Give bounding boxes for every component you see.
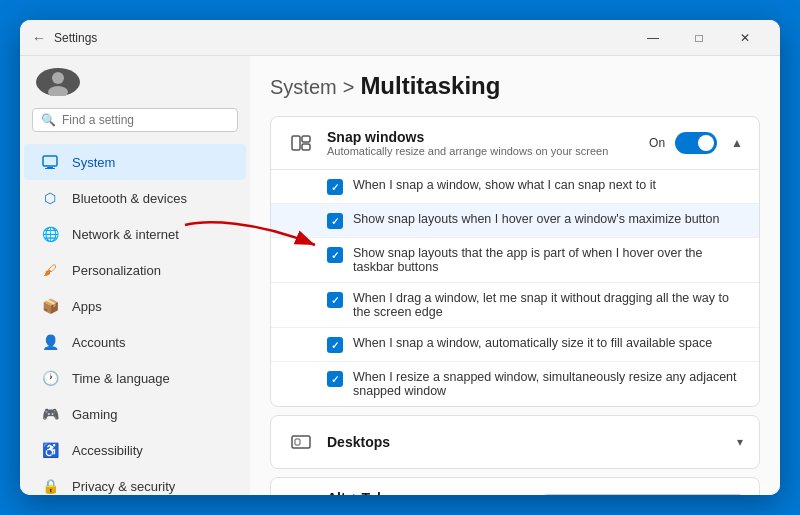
snap-checkbox-label-2: Show snap layouts when I hover over a wi… — [353, 212, 719, 226]
checkbox-3[interactable] — [327, 247, 343, 263]
back-button[interactable]: ← — [32, 30, 46, 46]
snap-checkbox-label-6: When I resize a snapped window, simultan… — [353, 370, 743, 398]
snap-checkbox-6: When I resize a snapped window, simultan… — [271, 362, 759, 406]
breadcrumb-arrow: > — [343, 76, 355, 99]
sidebar-label-gaming: Gaming — [72, 407, 118, 422]
checkbox-6[interactable] — [327, 371, 343, 387]
snap-checkbox-label-4: When I drag a window, let me snap it wit… — [353, 291, 743, 319]
sidebar-label-personalization: Personalization — [72, 263, 161, 278]
bluetooth-icon: ⬡ — [40, 188, 60, 208]
alt-tab-header: ⇥ Alt + Tab Pressing Alt + Tab shows Ope… — [271, 478, 759, 495]
accounts-icon: 👤 — [40, 332, 60, 352]
window-title: Settings — [54, 31, 630, 45]
svg-rect-6 — [302, 136, 310, 142]
snap-windows-icon — [287, 129, 315, 157]
checkbox-5[interactable] — [327, 337, 343, 353]
sidebar-label-bluetooth: Bluetooth & devices — [72, 191, 187, 206]
alt-tab-dropdown[interactable]: Open windows and 5 most recent tabs in M… — [543, 494, 743, 495]
gaming-icon: 🎮 — [40, 404, 60, 424]
snap-checkbox-label-3: Show snap layouts that the app is part o… — [353, 246, 743, 274]
snap-checkbox-5: When I snap a window, automatically size… — [271, 328, 759, 362]
settings-window: ← Settings — □ ✕ 🔍 — [20, 20, 780, 495]
sidebar-item-gaming[interactable]: 🎮 Gaming — [24, 396, 246, 432]
system-icon — [40, 152, 60, 172]
snap-windows-header[interactable]: Snap windows Automatically resize and ar… — [271, 117, 759, 170]
sidebar-item-network[interactable]: 🌐 Network & internet — [24, 216, 246, 252]
alt-tab-right: Open windows and 5 most recent tabs in M… — [543, 494, 743, 495]
snap-checkbox-label-1: When I snap a window, show what I can sn… — [353, 178, 656, 192]
sidebar-item-accounts[interactable]: 👤 Accounts — [24, 324, 246, 360]
breadcrumb-system: System — [270, 76, 337, 99]
sidebar-label-accounts: Accounts — [72, 335, 125, 350]
svg-rect-5 — [292, 136, 300, 150]
content-area: System > Multitasking — [250, 56, 780, 495]
avatar — [36, 68, 80, 96]
sidebar-item-system[interactable]: System — [24, 144, 246, 180]
sidebar-item-privacy[interactable]: 🔒 Privacy & security — [24, 468, 246, 495]
sidebar-label-apps: Apps — [72, 299, 102, 314]
desktops-header[interactable]: Desktops ▾ — [271, 416, 759, 468]
maximize-button[interactable]: □ — [676, 20, 722, 56]
checkbox-2[interactable] — [327, 213, 343, 229]
snap-windows-label: Snap windows — [327, 129, 649, 145]
sidebar-label-system: System — [72, 155, 115, 170]
alt-tab-label: Alt + Tab — [327, 490, 449, 495]
apps-icon: 📦 — [40, 296, 60, 316]
title-bar: ← Settings — □ ✕ — [20, 20, 780, 56]
minimize-button[interactable]: — — [630, 20, 676, 56]
privacy-icon: 🔒 — [40, 476, 60, 495]
snap-windows-sublabel: Automatically resize and arrange windows… — [327, 145, 649, 157]
search-box[interactable]: 🔍 — [32, 108, 238, 132]
snap-checkbox-4: When I drag a window, let me snap it wit… — [271, 283, 759, 328]
search-icon: 🔍 — [41, 113, 56, 127]
sidebar-item-time[interactable]: 🕐 Time & language — [24, 360, 246, 396]
alt-tab-card: ⇥ Alt + Tab Pressing Alt + Tab shows Ope… — [270, 477, 760, 495]
sidebar-item-personalization[interactable]: 🖌 Personalization — [24, 252, 246, 288]
checkbox-4[interactable] — [327, 292, 343, 308]
collapse-icon[interactable]: ▲ — [731, 136, 743, 150]
network-icon: 🌐 — [40, 224, 60, 244]
sidebar-item-apps[interactable]: 📦 Apps — [24, 288, 246, 324]
snap-toggle[interactable] — [675, 132, 717, 154]
snap-checkbox-3: Show snap layouts that the app is part o… — [271, 238, 759, 283]
snap-checkbox-1: When I snap a window, show what I can sn… — [271, 170, 759, 204]
svg-rect-4 — [45, 168, 55, 169]
snap-checkbox-label-5: When I snap a window, automatically size… — [353, 336, 712, 350]
sidebar-label-accessibility: Accessibility — [72, 443, 143, 458]
sidebar-label-privacy: Privacy & security — [72, 479, 175, 494]
desktops-label: Desktops — [327, 434, 390, 450]
desktops-icon — [287, 428, 315, 456]
alt-tab-icon: ⇥ — [287, 490, 315, 495]
search-input[interactable] — [62, 113, 229, 127]
window-controls: — □ ✕ — [630, 20, 768, 56]
svg-point-1 — [48, 86, 68, 96]
page-title: Multitasking — [360, 72, 500, 100]
desktops-chevron[interactable]: ▾ — [737, 435, 743, 449]
alt-tab-select-wrapper: Open windows and 5 most recent tabs in M… — [543, 494, 743, 495]
sidebar-label-network: Network & internet — [72, 227, 179, 242]
snap-windows-text: Snap windows Automatically resize and ar… — [327, 129, 649, 157]
time-icon: 🕐 — [40, 368, 60, 388]
desktops-card: Desktops ▾ — [270, 415, 760, 469]
accessibility-icon: ♿ — [40, 440, 60, 460]
svg-rect-9 — [295, 439, 300, 445]
close-button[interactable]: ✕ — [722, 20, 768, 56]
alt-tab-text: Alt + Tab Pressing Alt + Tab shows — [327, 490, 449, 495]
snap-checkbox-2: Show snap layouts when I hover over a wi… — [271, 204, 759, 238]
personalization-icon: 🖌 — [40, 260, 60, 280]
svg-point-0 — [52, 72, 64, 84]
sidebar-item-bluetooth[interactable]: ⬡ Bluetooth & devices — [24, 180, 246, 216]
svg-rect-2 — [43, 156, 57, 166]
snap-windows-controls: On ▲ — [649, 132, 743, 154]
sidebar: 🔍 System ⬡ Bluetoo — [20, 56, 250, 495]
snap-windows-card: Snap windows Automatically resize and ar… — [270, 116, 760, 407]
sidebar-label-time: Time & language — [72, 371, 170, 386]
sidebar-item-accessibility[interactable]: ♿ Accessibility — [24, 432, 246, 468]
svg-rect-7 — [302, 144, 310, 150]
main-content: 🔍 System ⬡ Bluetoo — [20, 56, 780, 495]
toggle-label: On — [649, 136, 665, 150]
page-header: System > Multitasking — [270, 72, 760, 100]
checkbox-1[interactable] — [327, 179, 343, 195]
